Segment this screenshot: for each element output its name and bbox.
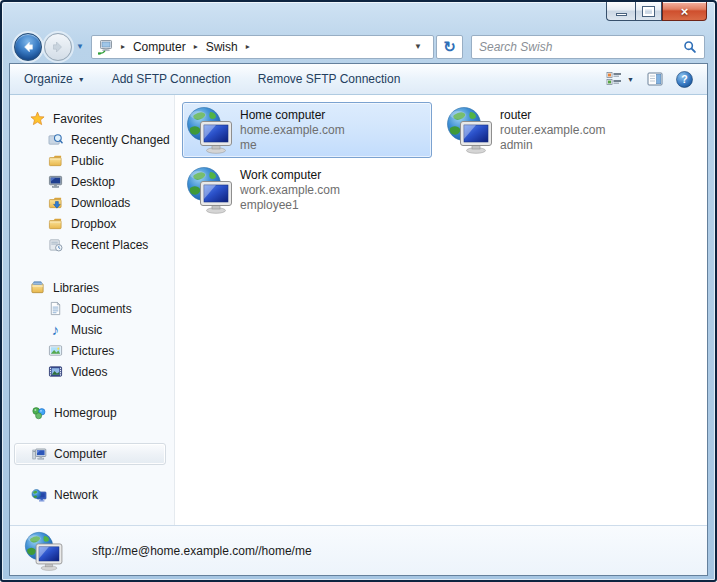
sidebar-item-recent-places[interactable]: Recent Places <box>10 234 174 255</box>
explorer-window: × ▼ ▸ Computer ▸ Swish ▸ ▼ ↻ <box>0 0 717 582</box>
sidebar-item-label: Network <box>54 488 98 502</box>
sidebar-item-network[interactable]: Network <box>14 484 166 506</box>
connection-user: admin <box>500 138 605 153</box>
back-button[interactable] <box>14 33 42 61</box>
add-sftp-connection-label: Add SFTP Connection <box>112 72 231 86</box>
homegroup-icon <box>30 405 47 421</box>
content-row: Favorites Recently Changed Public Deskto… <box>10 95 707 525</box>
details-pane: sftp://me@home.example.com//home/me <box>10 525 707 575</box>
refresh-button[interactable]: ↻ <box>436 35 463 59</box>
network-drive-icon <box>97 39 113 55</box>
address-dropdown-icon[interactable]: ▼ <box>408 42 428 51</box>
address-bar[interactable]: ▸ Computer ▸ Swish ▸ ▼ <box>91 35 434 59</box>
connection-tile-home-computer[interactable]: Home computer home.example.com me <box>182 102 432 158</box>
maximize-icon <box>643 7 654 16</box>
music-note-icon: ♪ <box>47 322 64 338</box>
breadcrumb-item-swish[interactable]: Swish <box>206 40 238 54</box>
connection-host: work.example.com <box>240 183 340 198</box>
client-area: Organize ▼ Add SFTP Connection Remove SF… <box>9 63 708 576</box>
sidebar-item-documents[interactable]: Documents <box>10 298 174 319</box>
back-arrow-icon <box>20 39 36 55</box>
add-sftp-connection-button[interactable]: Add SFTP Connection <box>112 72 231 86</box>
sidebar-item-dropbox[interactable]: Dropbox <box>10 213 174 234</box>
sidebar-group-libraries[interactable]: Libraries <box>10 277 174 298</box>
sidebar-item-homegroup[interactable]: Homegroup <box>14 402 166 424</box>
picture-icon <box>47 343 64 359</box>
sidebar-item-computer[interactable]: Computer <box>14 443 166 465</box>
sidebar-item-label: Recently Changed <box>71 133 170 147</box>
recent-places-icon <box>47 237 64 253</box>
breadcrumb-item-computer[interactable]: Computer <box>133 40 186 54</box>
sidebar-group-label: Libraries <box>53 281 99 295</box>
connection-name: Home computer <box>240 108 345 123</box>
maximize-button[interactable] <box>635 2 662 21</box>
sidebar-item-label: Documents <box>71 302 132 316</box>
connection-host: home.example.com <box>240 123 345 138</box>
recent-pages-dropdown[interactable]: ▼ <box>72 42 89 51</box>
folder-icon <box>47 216 64 232</box>
connection-user: me <box>240 138 345 153</box>
remove-sftp-connection-button[interactable]: Remove SFTP Connection <box>258 72 401 86</box>
file-list: Home computer home.example.com me router… <box>175 95 707 525</box>
title-bar[interactable]: × <box>2 2 715 30</box>
sidebar-item-downloads[interactable]: Downloads <box>10 192 174 213</box>
search-icon[interactable] <box>683 40 697 54</box>
views-icon <box>606 71 622 87</box>
sidebar-item-videos[interactable]: Videos <box>10 361 174 382</box>
sidebar-item-pictures[interactable]: Pictures <box>10 340 174 361</box>
sftp-host-icon <box>186 106 234 154</box>
command-toolbar: Organize ▼ Add SFTP Connection Remove SF… <box>10 64 707 95</box>
forward-button[interactable] <box>44 33 72 61</box>
sidebar-spacer <box>10 255 174 277</box>
breadcrumb-separator-icon: ▸ <box>113 42 133 51</box>
connection-name: Work computer <box>240 168 340 183</box>
refresh-icon: ↻ <box>443 38 456 56</box>
close-icon: × <box>681 4 689 19</box>
sidebar-spacer <box>10 382 174 402</box>
tile-text: Home computer home.example.com me <box>240 107 345 153</box>
sidebar-group-favorites[interactable]: Favorites <box>10 108 174 129</box>
connection-host: router.example.com <box>500 123 605 138</box>
navigation-pane: Favorites Recently Changed Public Deskto… <box>10 95 175 525</box>
connection-name: router <box>500 108 605 123</box>
document-icon <box>47 301 64 317</box>
close-button[interactable]: × <box>662 2 707 21</box>
breadcrumb-separator-icon: ▸ <box>238 42 258 51</box>
remove-sftp-connection-label: Remove SFTP Connection <box>258 72 401 86</box>
help-button[interactable]: ? <box>676 71 693 88</box>
forward-arrow-icon <box>50 39 66 55</box>
sidebar-item-desktop[interactable]: Desktop <box>10 171 174 192</box>
computer-icon <box>30 446 47 462</box>
desktop-icon <box>47 174 64 190</box>
search-folder-icon <box>47 132 64 148</box>
sidebar-item-label: Recent Places <box>71 238 148 252</box>
search-input[interactable] <box>479 40 683 54</box>
organize-button[interactable]: Organize ▼ <box>24 72 85 86</box>
sidebar-item-label: Homegroup <box>54 406 117 420</box>
sidebar-item-label: Public <box>71 154 104 168</box>
preview-pane-icon <box>647 71 663 87</box>
sidebar-item-public[interactable]: Public <box>10 150 174 171</box>
sidebar-group-label: Favorites <box>53 112 102 126</box>
sidebar-item-label: Desktop <box>71 175 115 189</box>
sidebar-item-recently-changed[interactable]: Recently Changed <box>10 129 174 150</box>
sidebar-item-label: Videos <box>71 365 107 379</box>
sidebar-spacer <box>10 424 174 443</box>
change-view-button[interactable]: ▼ <box>606 71 634 87</box>
preview-pane-button[interactable] <box>647 71 663 87</box>
search-box <box>471 35 705 59</box>
breadcrumb-separator-icon: ▸ <box>186 42 206 51</box>
connection-user: employee1 <box>240 198 340 213</box>
folder-icon <box>47 153 64 169</box>
connection-tile-router[interactable]: router router.example.com admin <box>442 102 692 158</box>
sidebar-item-label: Downloads <box>71 196 130 210</box>
connection-tile-work-computer[interactable]: Work computer work.example.com employee1 <box>182 162 432 218</box>
downloads-folder-icon <box>47 195 64 211</box>
toolbar-right-group: ▼ ? <box>606 71 693 88</box>
chevron-down-icon: ▼ <box>78 76 85 83</box>
sidebar-spacer <box>10 465 174 484</box>
star-icon <box>29 111 46 127</box>
chevron-down-icon: ▼ <box>627 76 634 83</box>
sidebar-item-music[interactable]: ♪ Music <box>10 319 174 340</box>
minimize-button[interactable] <box>606 2 635 21</box>
